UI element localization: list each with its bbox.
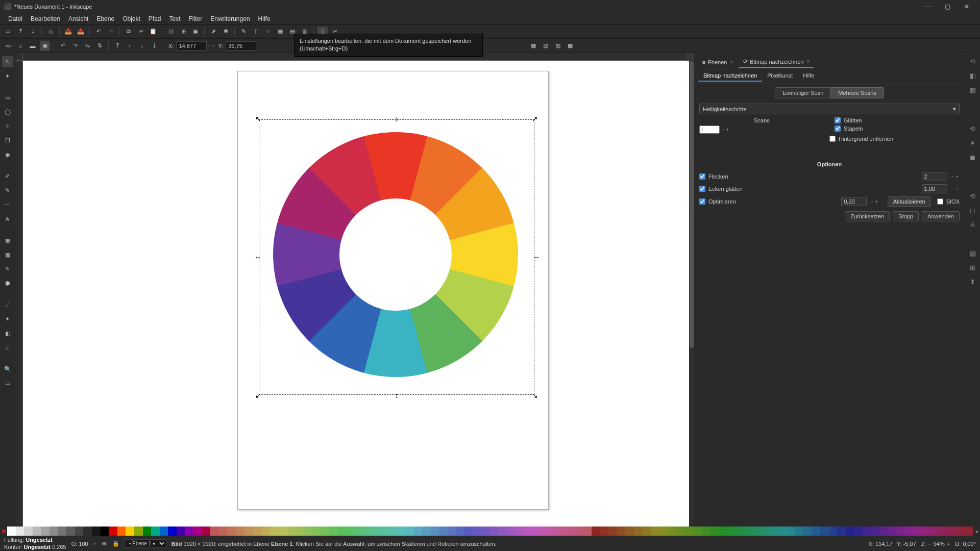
menu-text[interactable]: Text (165, 15, 185, 22)
save-icon[interactable]: ⤓ (28, 27, 38, 37)
swatch[interactable] (795, 527, 803, 536)
x-spinner[interactable]: − + (208, 43, 214, 48)
swatch[interactable] (761, 527, 770, 536)
swatch[interactable] (541, 527, 549, 536)
reset-button[interactable]: Zurücksetzen (845, 211, 890, 221)
swatch[interactable] (643, 527, 651, 536)
ellipse-tool-icon[interactable]: ◯ (2, 106, 13, 117)
pencil-tool-icon[interactable]: ✐ (2, 170, 13, 182)
swatch[interactable] (846, 527, 854, 536)
layers-dlg-icon[interactable]: ≡ (263, 27, 273, 37)
undo-icon[interactable]: ↶ (93, 27, 104, 37)
zoom-draw-icon[interactable]: ⊞ (178, 27, 188, 37)
subtab-pixelkunst[interactable]: Pixelkunst (762, 70, 798, 82)
swatch[interactable] (168, 527, 177, 536)
swatch[interactable] (236, 527, 244, 536)
handle-r[interactable]: ↔ (533, 254, 539, 260)
palette-swatches[interactable] (7, 527, 973, 536)
swatch[interactable] (253, 527, 261, 536)
subtab-bitmap[interactable]: Bitmap nachzeichnen (698, 70, 762, 82)
rect-tool-icon[interactable]: ▭ (2, 92, 13, 103)
ecken-checkbox[interactable] (699, 186, 705, 192)
swatch[interactable] (304, 527, 312, 536)
multi-scan-toggle[interactable]: Mehrere Scans (830, 87, 884, 98)
swatch[interactable] (431, 527, 439, 536)
swatch[interactable] (651, 527, 659, 536)
maximize-button[interactable]: ▢ (938, 1, 957, 12)
side-square-icon[interactable]: ◼ (968, 152, 978, 162)
handle-b[interactable]: ↕ (394, 392, 400, 398)
opacity-value[interactable]: 100 (79, 541, 88, 547)
swatch[interactable] (939, 527, 947, 536)
swatch[interactable] (41, 527, 50, 536)
swatch[interactable] (871, 527, 880, 536)
swatch[interactable] (702, 527, 710, 536)
measure-tool-icon[interactable]: ▭ (2, 378, 13, 389)
swatch[interactable] (575, 527, 583, 536)
swatch[interactable] (863, 527, 871, 536)
selector-tool-icon[interactable]: ↖ (2, 56, 13, 67)
swatch[interactable] (134, 527, 143, 536)
zoom-sel-icon[interactable]: ⊡ (166, 27, 176, 37)
swatch[interactable] (558, 527, 567, 536)
swatch[interactable] (685, 527, 694, 536)
close-button[interactable]: ✕ (958, 1, 976, 12)
swatch[interactable] (66, 527, 75, 536)
swatch[interactable] (75, 527, 84, 536)
stapeln-checkbox[interactable] (835, 126, 841, 132)
handle-l[interactable]: ↔ (254, 254, 260, 260)
lower-bottom-icon[interactable]: ⤓ (149, 41, 159, 51)
swatch[interactable] (727, 527, 736, 536)
raise-top-icon[interactable]: ⤒ (112, 41, 122, 51)
swatch[interactable] (659, 527, 668, 536)
swatch[interactable] (490, 527, 499, 536)
swatch[interactable] (608, 527, 617, 536)
palette-none[interactable]: ✕ (0, 527, 7, 536)
swatch[interactable] (778, 527, 787, 536)
print-icon[interactable]: ⎙ (45, 27, 56, 37)
menu-bearbeiten[interactable]: Bearbeiten (27, 15, 64, 22)
handle-br[interactable]: ↘ (532, 392, 538, 398)
flip-v-icon[interactable]: ⇅ (94, 41, 105, 51)
clone-icon[interactable]: ⬈ (208, 27, 218, 37)
swatch[interactable] (380, 527, 388, 536)
ecken-input[interactable] (922, 184, 947, 193)
single-scan-toggle[interactable]: Einmaliger Scan (775, 87, 830, 98)
side-redo-icon[interactable]: ⟲ (968, 56, 978, 66)
lock-move-icon[interactable]: ▦ (528, 41, 538, 51)
spiral-tool-icon[interactable]: ◉ (2, 149, 13, 160)
menu-erweiterungen[interactable]: Erweiterungen (206, 15, 254, 22)
swatch[interactable] (896, 527, 905, 536)
close-icon[interactable]: × (730, 59, 733, 65)
handle-tr[interactable]: ↗ (532, 116, 538, 122)
swatch[interactable] (524, 527, 532, 536)
swatch[interactable] (101, 527, 109, 536)
swatch[interactable] (24, 527, 33, 536)
swatch[interactable] (210, 527, 219, 536)
swatch[interactable] (405, 527, 414, 536)
swatch[interactable] (448, 527, 456, 536)
tab-bitmap-trace[interactable]: ⟳ Bitmap nachzeichnen × (739, 56, 814, 68)
side-swatch-icon[interactable]: ⟲ (968, 123, 978, 134)
canvas[interactable]: ↖ ↕ ↗ ↔ ↔ ↙ ↕ ↘ (23, 61, 694, 551)
swatch[interactable] (177, 527, 185, 536)
swatch[interactable] (566, 527, 575, 536)
swatch[interactable] (321, 527, 329, 536)
text-icon[interactable]: T (251, 27, 261, 37)
swatch[interactable] (363, 527, 372, 536)
swatch[interactable] (956, 527, 965, 536)
swatch[interactable] (592, 527, 600, 536)
calligraphy-tool-icon[interactable]: 〰 (2, 199, 13, 210)
swatch[interactable] (278, 527, 287, 536)
zoom-minus[interactable]: − (928, 541, 931, 547)
swatch[interactable] (812, 527, 820, 536)
bezier-tool-icon[interactable]: ✎ (2, 185, 13, 196)
desel-icon[interactable]: ▬ (28, 41, 38, 51)
ruler-vertical[interactable] (15, 61, 23, 551)
swatch[interactable] (668, 527, 676, 536)
zoom-tool-icon[interactable]: 🔍 (2, 363, 13, 374)
side-text-icon[interactable]: A (968, 219, 978, 230)
swatch[interactable] (498, 527, 507, 536)
stop-button[interactable]: Stopp (893, 211, 919, 221)
import-icon[interactable]: 📥 (63, 27, 74, 37)
